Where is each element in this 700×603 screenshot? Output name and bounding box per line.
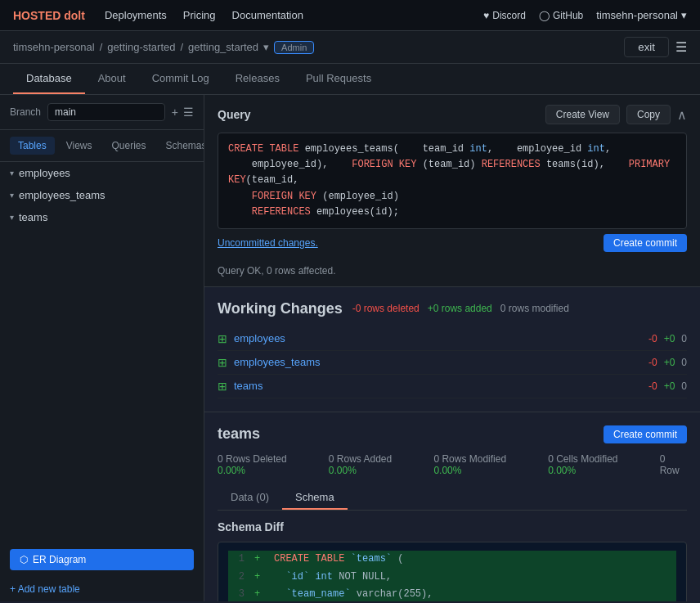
refresh-table-button[interactable]: ↻ [186,212,194,223]
query-result: Query OK, 0 rows affected. [218,265,687,277]
add-stat: +0 [664,357,675,368]
teams-stat-rows-deleted: 0 Rows Deleted 0.00% [218,453,316,476]
tab-data[interactable]: Data (0) [218,486,282,510]
er-icon: ⬡ [20,554,28,565]
del-stat: -0 [648,333,657,344]
breadcrumb-sep1: / [100,41,103,53]
change-plus-icon: ⊞ [218,356,227,369]
hamburger-icon[interactable]: ☰ [675,39,687,55]
table-item[interactable]: ▾ employees_teams ✏ ↻ [0,184,204,206]
change-row: ⊞ employees_teams -0 +0 0 [218,351,687,375]
branch-select[interactable]: main [47,103,165,121]
sidebar-tab-schemas[interactable]: Schemas [158,137,204,155]
working-changes-header: Working Changes -0 rows deleted +0 rows … [218,300,687,317]
del-stat: -0 [648,357,657,368]
teams-section: teams Create commit 0 Rows Deleted 0.00%… [204,412,700,601]
create-view-button[interactable]: Create View [545,105,620,124]
edit-table-button[interactable]: ✏ [174,212,182,223]
schema-diff-section: Schema Diff 1 + CREATE TABLE `teams` ( 2… [218,520,687,601]
sidebar-tab-tables[interactable]: Tables [10,137,55,155]
discord-link[interactable]: ♥ Discord [483,10,526,21]
uncommitted-bar: Uncommitted changes. Create commit [218,229,687,257]
add-table-button[interactable]: + Add new table [10,580,194,598]
breadcrumb-user[interactable]: timsehn-personal [13,41,95,53]
teams-stat-rows-added: 0 Rows Added 0.00% [329,453,421,476]
add-stat: +0 [664,333,675,344]
breadcrumb-repo2[interactable]: getting_started [188,41,258,53]
change-row: ⊞ employees -0 +0 0 [218,327,687,351]
sidebar-tab-views[interactable]: Views [58,137,101,155]
teams-header: teams Create commit [218,425,687,443]
change-name[interactable]: employees_teams [234,356,642,368]
branch-label: Branch [10,106,41,118]
table-list: ▾ employees ✏ ↻ ▾ employees_teams ✏ ↻ ▾ … [0,162,204,542]
mod-stat: 0 [681,357,687,368]
nav-links: Deployments Pricing Documentation [105,9,483,21]
schema-diff-title: Schema Diff [218,520,687,533]
edit-table-button[interactable]: ✏ [174,190,182,201]
tab-releases[interactable]: Releases [222,64,293,94]
tab-commit-log[interactable]: Commit Log [139,64,222,94]
copy-button[interactable]: Copy [626,105,671,124]
line-content: CREATE TABLE `teams` ( [274,551,403,569]
breadcrumb-repo1[interactable]: getting-started [107,41,175,53]
breadcrumb: timsehn-personal / getting-started / get… [13,41,624,54]
add-branch-button[interactable]: + [172,106,178,119]
table-name: employees_teams [19,189,169,201]
create-commit-button[interactable]: Create commit [604,234,687,252]
teams-stat-row: 0 Row [660,453,687,476]
logo-text: HOSTED [13,9,64,22]
exit-button[interactable]: exit [624,37,669,57]
second-navigation: timsehn-personal / getting-started / get… [0,31,700,64]
refresh-table-button[interactable]: ↻ [186,190,194,201]
change-name[interactable]: teams [234,380,642,392]
teams-tabs: Data (0) Schema [218,486,687,511]
table-item[interactable]: ▾ employees ✏ ↻ [0,162,204,184]
nav-pricing[interactable]: Pricing [183,9,216,21]
teams-stat-rows-modified: 0 Rows Modified 0.00% [433,453,535,476]
query-title: Query [218,108,250,121]
working-changes-stats: -0 rows deleted +0 rows added 0 rows mod… [352,303,569,314]
working-changes-title: Working Changes [218,300,343,317]
edit-table-button[interactable]: ✏ [174,168,182,179]
collapse-button[interactable]: ∧ [677,107,687,123]
change-stats: -0 +0 0 [648,380,687,392]
tab-about[interactable]: About [85,64,139,94]
nav-documentation[interactable]: Documentation [232,9,303,21]
teams-create-commit-button[interactable]: Create commit [604,425,687,443]
table-name: teams [19,211,169,223]
table-item[interactable]: ▾ teams ✏ ↻ [0,206,204,228]
line-number: 2 [228,569,245,587]
query-buttons: Create View Copy ∧ [545,105,687,124]
change-name[interactable]: employees [234,332,642,344]
logo: HOSTED dolt [13,9,85,22]
table-name: employees [19,167,169,179]
branch-dropdown-icon[interactable]: ▾ [263,41,269,53]
sidebar-tab-queries[interactable]: Queries [103,137,154,155]
tab-schema[interactable]: Schema [282,486,348,510]
changes-list: ⊞ employees -0 +0 0 ⊞ employees_teams -0… [218,327,687,398]
tab-database[interactable]: Database [13,64,85,94]
line-content: `team_name` varchar(255), [274,586,433,601]
branch-menu-button[interactable]: ☰ [183,106,194,119]
refresh-table-button[interactable]: ↻ [186,168,194,179]
mod-stat: 0 [681,380,687,392]
stat-modified: 0 rows modified [500,303,569,314]
query-section: Query Create View Copy ∧ CREATE TABLE em… [204,95,700,287]
stat-added: +0 rows added [428,303,492,314]
nav-deployments[interactable]: Deployments [105,9,167,21]
tab-pull-requests[interactable]: Pull Requests [293,64,384,94]
main-content: Query Create View Copy ∧ CREATE TABLE em… [204,95,700,601]
chevron-icon: ▾ [10,213,14,222]
main-tabs: Database About Commit Log Releases Pull … [0,64,700,95]
user-menu[interactable]: timsehn-personal ▾ [596,9,687,21]
teams-stat-cells-modified: 0 Cells Modified 0.00% [548,453,646,476]
er-diagram-button[interactable]: ⬡ ER Diagram [10,549,194,570]
uncommitted-text[interactable]: Uncommitted changes. [218,237,318,249]
change-plus-icon: ⊞ [218,332,227,345]
code-line: 2 + `id` int NOT NULL, [228,569,676,587]
app-body: Branch main + ☰ Tables Views Queries Sch… [0,95,700,601]
breadcrumb-sep2: / [180,41,183,53]
github-link[interactable]: ◯ GitHub [539,10,583,21]
line-plus: + [254,569,264,587]
